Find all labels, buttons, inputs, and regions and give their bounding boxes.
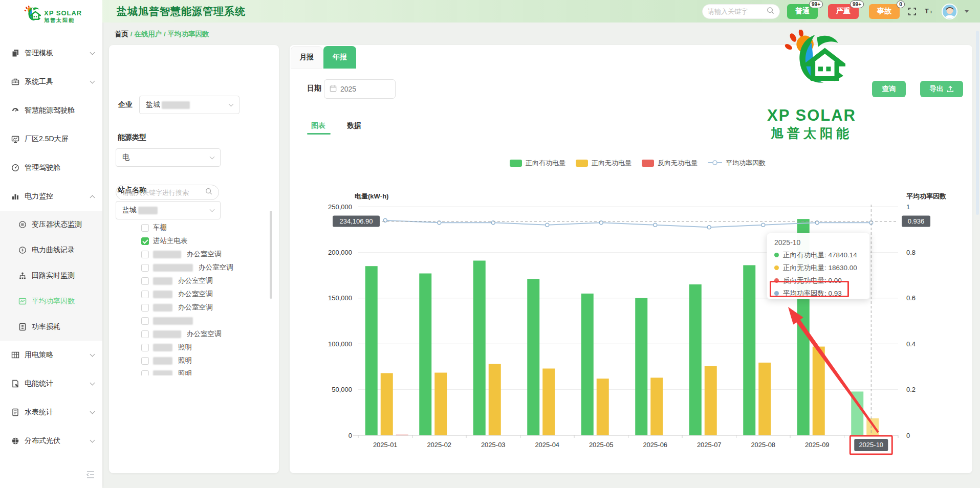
header-search[interactable] [702, 4, 780, 19]
breadcrumb-item[interactable]: 平均功率因数 [168, 30, 209, 38]
alarm-badge-2[interactable]: 事故0 [869, 4, 900, 19]
fullscreen-icon[interactable] [907, 6, 917, 16]
chart[interactable]: 电量(kW·h)平均功率因数250,0001200,0000.8150,0000… [322, 187, 972, 457]
checkbox[interactable] [141, 291, 149, 298]
legend-item-2[interactable]: 反向无功电量 [642, 159, 698, 168]
tree-item-6[interactable]: 办公室空调 [109, 301, 272, 314]
tree-item-1[interactable]: 进站主电表 [109, 234, 272, 248]
font-size-icon[interactable]: TT [924, 6, 934, 16]
company-select[interactable]: 盐城 [139, 96, 239, 114]
transformer-icon [18, 220, 27, 229]
energy-type-select[interactable]: 电 [116, 148, 221, 167]
energy-type-label: 能源类型 [118, 133, 146, 142]
tree-item-9[interactable]: 照明 [109, 341, 272, 354]
sidebar-item-1[interactable]: 系统工具 [0, 68, 102, 96]
svg-text:150,000: 150,000 [328, 294, 352, 302]
svg-text:2025-05: 2025-05 [589, 441, 614, 449]
query-button[interactable]: 查询 [872, 81, 906, 97]
checkbox[interactable] [141, 317, 149, 325]
export-button[interactable]: 导出 [920, 81, 963, 97]
legend-label: 正向有功电量 [526, 159, 565, 168]
sidebar-item-2[interactable]: 智慧能源驾驶舱 [0, 96, 102, 125]
tree-item-5[interactable]: 办公室空调 [109, 287, 272, 301]
sidebar-item-6[interactable]: 用电策略 [0, 341, 102, 369]
tree-item-7[interactable] [109, 314, 272, 327]
redacted-text [153, 317, 193, 325]
header-search-input[interactable] [708, 8, 767, 15]
svg-text:平均功率因数: 平均功率因数 [906, 192, 946, 200]
checkbox[interactable] [141, 370, 149, 376]
alarm-count: 0 [897, 1, 905, 8]
sidebar-subitem-2[interactable]: 回路实时监测 [0, 263, 102, 289]
svg-text:0.6: 0.6 [906, 294, 916, 302]
redacted-text [153, 344, 172, 351]
legend-label: 平均功率因数 [726, 159, 766, 168]
svg-text:电量(kW·h): 电量(kW·h) [355, 192, 388, 200]
chevron-down-icon[interactable] [965, 10, 969, 13]
energy-cockpit-icon [11, 106, 19, 115]
sidebar-subitem-3[interactable]: 平均功率因数 [0, 289, 102, 314]
sidebar-item-4[interactable]: 管理驾驶舱 [0, 153, 102, 182]
checkbox[interactable] [141, 330, 149, 338]
checkbox[interactable] [141, 277, 149, 285]
checkbox[interactable] [141, 264, 149, 272]
sidebar-subitem-label: 功率损耗 [32, 322, 102, 331]
tab-数据[interactable]: 数据 [347, 121, 361, 130]
tab-年报[interactable]: 年报 [323, 46, 356, 69]
sidebar-item-8[interactable]: 水表统计 [0, 398, 102, 427]
sidebar-item-7[interactable]: 电能统计 [0, 369, 102, 398]
redacted-text [138, 207, 158, 214]
checkbox[interactable] [141, 224, 149, 232]
breadcrumb-item[interactable]: 在线用户 [134, 30, 162, 38]
sidebar-subitem-label: 电力曲线记录 [32, 246, 102, 255]
checkbox[interactable] [141, 304, 149, 312]
search-icon[interactable] [767, 7, 774, 16]
avatar[interactable] [942, 4, 957, 19]
legend-item-0[interactable]: 正向有功电量 [510, 159, 565, 168]
tree-item-2[interactable]: 办公室空调 [109, 248, 272, 261]
tab-图表[interactable]: 图表 [311, 121, 325, 130]
sidebar-item-0[interactable]: 管理模板 [0, 39, 102, 68]
checkbox[interactable] [141, 344, 149, 351]
sidebar-item-label: 用电策略 [25, 350, 91, 360]
tooltip-row-0: 正向有功电量: 47840.14 [774, 249, 862, 261]
tree-scrollbar[interactable] [270, 211, 272, 299]
alarm-badge-0[interactable]: 普通99+ [787, 4, 818, 19]
checkbox[interactable] [141, 251, 149, 258]
sidebar-item-9[interactable]: 分布式光伏 [0, 427, 102, 455]
svg-text:2025-09: 2025-09 [805, 441, 830, 449]
power-curve-icon [18, 246, 27, 254]
legend-item-1[interactable]: 正向无功电量 [576, 159, 631, 168]
legend-item-3[interactable]: 平均功率因数 [708, 159, 766, 168]
station-select[interactable]: 盐城 [116, 201, 221, 219]
tree-item-4[interactable]: 办公室空调 [109, 274, 272, 287]
search-icon[interactable] [205, 188, 212, 197]
sidebar-subitem-4[interactable]: 功率损耗 [0, 314, 102, 340]
alarm-badge-1[interactable]: 严重99+ [828, 4, 859, 19]
tree-item-0[interactable]: 车棚 [109, 221, 272, 234]
legend-label: 正向无功电量 [592, 159, 631, 168]
tree-search-input[interactable] [122, 189, 205, 196]
checkbox[interactable] [141, 237, 149, 245]
tree-item-10[interactable]: 照明 [109, 354, 272, 367]
tree-item-8[interactable]: 办公室空调 [109, 327, 272, 341]
chart-legend: 正向有功电量正向无功电量反向无功电量平均功率因数 [510, 159, 766, 168]
tree-item-3[interactable]: 办公室空调 [109, 261, 272, 274]
breadcrumb-separator: / [162, 30, 167, 38]
tree-item-11[interactable]: 照明 [109, 367, 272, 375]
tree-item-label: 进站主电表 [153, 236, 188, 246]
breadcrumb-item[interactable]: 首页 [115, 30, 128, 38]
sidebar-subitem-0[interactable]: 变压器状态监测 [0, 212, 102, 237]
checkbox[interactable] [141, 357, 149, 365]
page-scrollbar[interactable] [976, 31, 979, 215]
date-picker[interactable]: 2025 [324, 79, 396, 99]
svg-text:250,000: 250,000 [328, 203, 352, 211]
tab-月报[interactable]: 月报 [291, 46, 322, 69]
sidebar-collapse-icon[interactable] [86, 471, 95, 481]
sidebar-item-5[interactable]: 电力监控 [0, 182, 102, 211]
tree-search[interactable] [116, 185, 219, 200]
sidebar-subitem-1[interactable]: 电力曲线记录 [0, 237, 102, 263]
svg-text:0.936: 0.936 [908, 217, 925, 225]
sidebar-item-3[interactable]: 厂区2.5D大屏 [0, 125, 102, 153]
tree-item-label: 照明 [178, 343, 192, 352]
